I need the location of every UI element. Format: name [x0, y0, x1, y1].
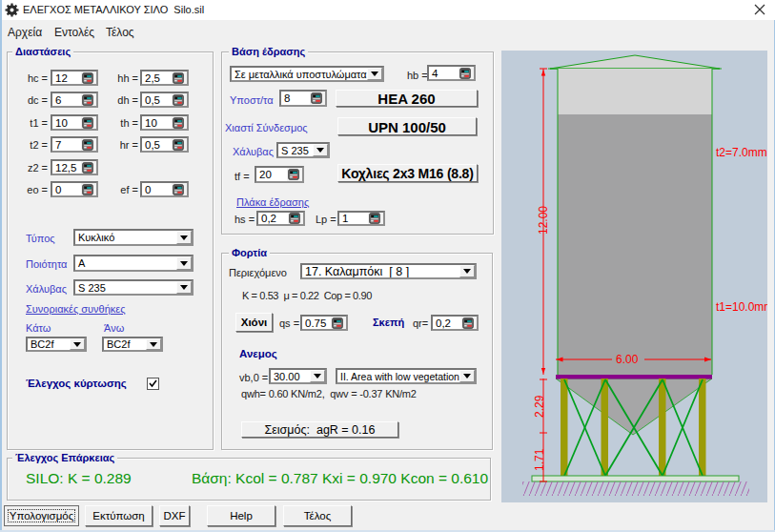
svg-text:t2=7.0mm: t2=7.0mm	[716, 146, 767, 159]
svg-text:6.00: 6.00	[616, 353, 639, 366]
svg-text:1.71: 1.71	[533, 448, 546, 471]
svg-text:12.00: 12.00	[537, 206, 550, 235]
svg-text:t1=10.0mm: t1=10.0mm	[716, 300, 767, 314]
svg-text:2.29: 2.29	[533, 395, 546, 418]
